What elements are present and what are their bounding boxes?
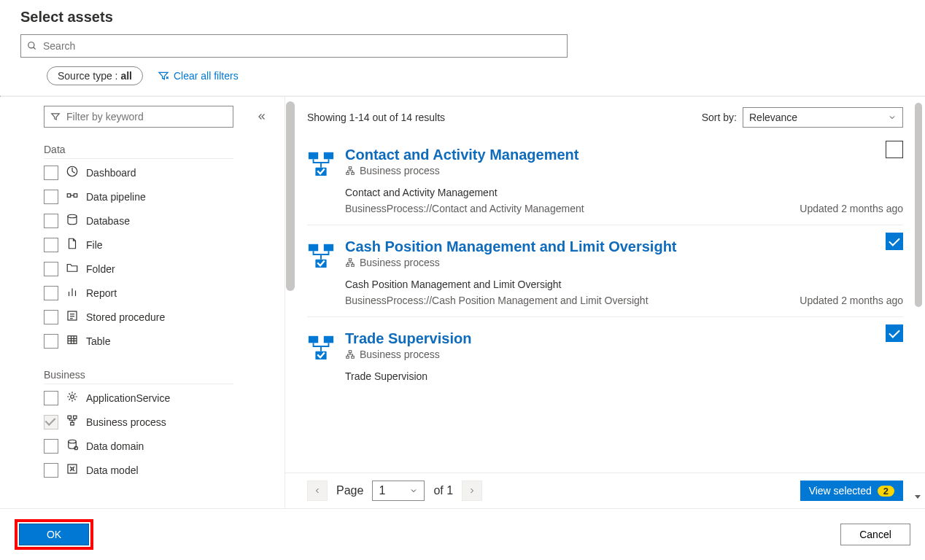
filter-option[interactable]: Report: [44, 281, 279, 305]
results-panel: Showing 1-14 out of 14 results Sort by: …: [285, 97, 925, 508]
source-type-pill[interactable]: Source type : all: [47, 66, 143, 85]
scroll-down-icon[interactable]: [913, 491, 922, 504]
hierarchy-icon: [345, 166, 355, 176]
checkbox[interactable]: [44, 166, 58, 180]
svg-rect-36: [324, 244, 333, 252]
filter-option[interactable]: Data pipeline: [44, 184, 279, 209]
view-selected-label: View selected: [809, 485, 872, 497]
source-type-prefix: Source type :: [58, 70, 120, 82]
search-icon: [27, 41, 37, 51]
collapse-sidebar-icon[interactable]: [257, 112, 267, 125]
business-process-icon: [307, 149, 335, 177]
sort-select[interactable]: Relevance: [743, 107, 903, 128]
result-checkbox[interactable]: [886, 141, 903, 158]
chevron-down-icon: [888, 113, 897, 122]
checkbox[interactable]: [44, 463, 58, 478]
result-description: Contact and Activity Management: [345, 187, 903, 198]
result-subtype: Business process: [360, 257, 440, 268]
domain-icon: [66, 438, 79, 454]
svg-rect-29: [309, 152, 318, 160]
file-icon: [66, 237, 79, 252]
keyword-filter-input[interactable]: [65, 110, 227, 123]
page-label: Page: [336, 484, 363, 497]
result-item: Contact and Activity ManagementBusiness …: [307, 133, 903, 225]
filter-option[interactable]: Table: [44, 329, 279, 353]
svg-rect-23: [74, 416, 77, 419]
svg-rect-38: [349, 259, 352, 261]
result-subtype: Business process: [360, 165, 440, 176]
page-prev-button[interactable]: [307, 481, 328, 501]
page-value: 1: [379, 484, 385, 497]
results-count: Showing 1-14 out of 14 results: [307, 112, 445, 123]
page-select[interactable]: 1: [372, 481, 425, 501]
view-selected-count: 2: [878, 486, 894, 497]
result-description: Cash Position Management and Limit Overs…: [345, 279, 903, 290]
filter-option-label: Business process: [86, 416, 166, 428]
checkbox[interactable]: [44, 238, 58, 252]
view-selected-button[interactable]: View selected 2: [800, 481, 903, 501]
filter-icon: [50, 112, 61, 122]
result-updated: Updated 2 months ago: [800, 295, 903, 306]
svg-point-8: [68, 214, 77, 218]
app-icon: [66, 390, 79, 405]
checkbox: [44, 415, 58, 429]
checkbox[interactable]: [44, 286, 58, 300]
filter-option[interactable]: ApplicationService: [44, 386, 279, 410]
svg-marker-47: [915, 495, 921, 499]
svg-rect-42: [324, 336, 333, 343]
checkbox[interactable]: [44, 334, 58, 349]
result-subtype: Business process: [360, 349, 440, 360]
result-description: Trade Supervision: [345, 370, 903, 382]
result-title[interactable]: Trade Supervision: [345, 330, 903, 347]
checkbox[interactable]: [44, 310, 58, 324]
clear-all-filters[interactable]: Clear all filters: [158, 70, 239, 82]
result-checkbox[interactable]: [886, 233, 903, 250]
filter-option[interactable]: File: [44, 233, 279, 257]
filter-option-label: Report: [86, 287, 117, 299]
filter-option-label: Folder: [86, 263, 115, 275]
source-type-value: all: [120, 70, 132, 82]
result-title[interactable]: Cash Position Management and Limit Overs…: [345, 238, 903, 255]
results-scrollbar[interactable]: [915, 103, 922, 307]
search-input[interactable]: [42, 39, 561, 52]
business-process-icon: [307, 241, 335, 269]
checkbox[interactable]: [44, 190, 58, 204]
keyword-filter-wrap[interactable]: [44, 106, 233, 128]
svg-rect-27: [68, 464, 77, 473]
filter-clear-icon: [158, 70, 169, 82]
page-next-button[interactable]: [462, 481, 482, 501]
checkbox[interactable]: [44, 391, 58, 405]
filter-option[interactable]: Database: [44, 209, 279, 233]
filter-option[interactable]: Stored procedure: [44, 305, 279, 329]
filter-option[interactable]: Data domain: [44, 434, 279, 458]
chevron-down-icon: [409, 486, 418, 495]
result-checkbox[interactable]: [886, 324, 903, 342]
filter-option[interactable]: Dashboard: [44, 160, 279, 184]
checkbox[interactable]: [44, 439, 58, 454]
hierarchy-icon: [345, 257, 355, 268]
dashboard-icon: [66, 165, 79, 180]
cancel-button[interactable]: Cancel: [840, 524, 910, 545]
report-icon: [66, 285, 79, 300]
folder-icon: [66, 261, 79, 276]
result-title[interactable]: Contact and Activity Management: [345, 147, 903, 163]
filter-option[interactable]: Folder: [44, 257, 279, 281]
ok-button[interactable]: OK: [19, 524, 89, 545]
result-item: Trade SupervisionBusiness processTrade S…: [307, 317, 903, 392]
database-icon: [66, 213, 79, 228]
sort-value: Relevance: [749, 112, 797, 123]
checkbox[interactable]: [44, 262, 58, 276]
checkbox[interactable]: [44, 214, 58, 228]
svg-rect-40: [352, 264, 355, 266]
result-uri: BusinessProcess://Cash Position Manageme…: [345, 295, 649, 306]
svg-rect-39: [347, 264, 349, 266]
pipeline-icon: [66, 189, 79, 204]
filter-sidebar: DataDashboardData pipelineDatabaseFileFo…: [0, 97, 285, 491]
filter-option[interactable]: Business process: [44, 410, 279, 434]
svg-rect-32: [349, 167, 352, 169]
sort-label: Sort by:: [702, 112, 737, 123]
business-process-icon: [307, 333, 335, 361]
filter-option-label: Dashboard: [86, 167, 136, 179]
search-input-wrap[interactable]: [20, 34, 568, 58]
filter-option[interactable]: Data model: [44, 458, 279, 482]
